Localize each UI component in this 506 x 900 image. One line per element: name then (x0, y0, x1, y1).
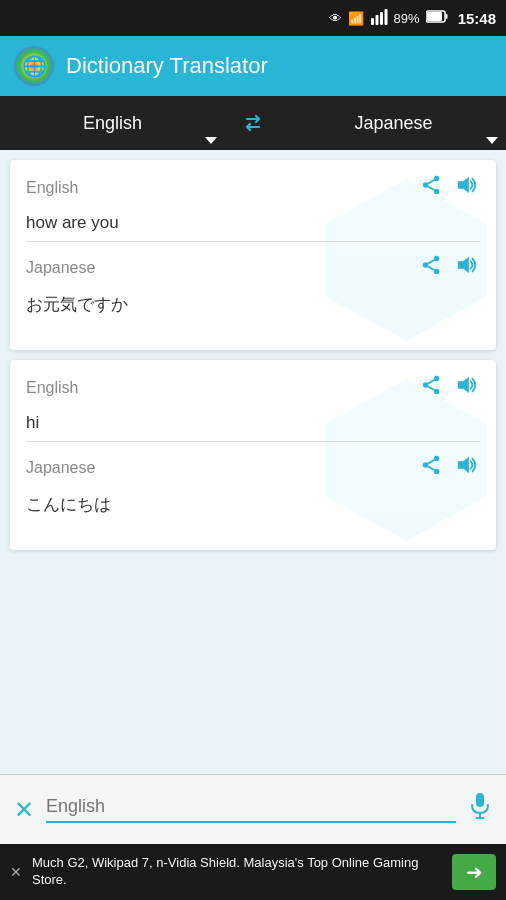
card1-source-text: how are you (26, 207, 480, 242)
status-bar: 👁 📶 89% 15:48 (0, 0, 506, 36)
swap-icon (239, 109, 267, 137)
svg-rect-1 (375, 15, 378, 25)
signal-icon: 👁 (329, 11, 342, 26)
svg-point-23 (434, 376, 440, 382)
card2-source-actions (420, 374, 480, 401)
ad-close-button[interactable]: ✕ (10, 864, 22, 880)
source-lang-dropdown-arrow (205, 137, 217, 144)
ad-arrow-icon: ➜ (466, 860, 483, 884)
app-bar: 🌐 Dictionary Translator (0, 36, 506, 96)
source-language-label: English (83, 113, 142, 134)
input-bar: ✕ (0, 774, 506, 844)
target-language-button[interactable]: Japanese (281, 96, 506, 150)
svg-line-26 (428, 386, 434, 390)
svg-point-31 (434, 469, 440, 475)
battery-icon (426, 10, 448, 26)
svg-point-16 (423, 262, 429, 268)
card2-source-lang-row: English (26, 374, 480, 401)
target-language-label: Japanese (354, 113, 432, 134)
card1-source-share-icon[interactable] (420, 174, 442, 201)
svg-marker-20 (458, 257, 469, 274)
card1-source-speaker-icon[interactable] (454, 174, 480, 201)
svg-line-33 (428, 460, 434, 464)
target-lang-dropdown-arrow (486, 137, 498, 144)
svg-marker-14 (458, 177, 469, 194)
svg-line-12 (428, 186, 434, 190)
card1-target-text: お元気ですか (26, 287, 480, 324)
svg-rect-2 (380, 12, 383, 25)
app-title: Dictionary Translator (66, 53, 268, 79)
card2-arrow (492, 439, 496, 471)
svg-point-29 (434, 456, 440, 462)
card1-source-lang-label: English (26, 179, 78, 197)
search-input[interactable] (46, 796, 456, 823)
card2-target-actions (420, 454, 480, 481)
svg-line-19 (428, 260, 434, 264)
card2-target-speaker-icon[interactable] (454, 454, 480, 481)
svg-marker-28 (458, 377, 469, 394)
card2-target-text: こんにちは (26, 487, 480, 524)
svg-point-10 (423, 182, 429, 188)
svg-line-18 (428, 266, 434, 270)
card2-target-lang-label: Japanese (26, 459, 95, 477)
language-selector-bar: English Japanese (0, 96, 506, 150)
svg-rect-35 (476, 793, 484, 807)
card2-source-share-icon[interactable] (420, 374, 442, 401)
svg-point-24 (423, 382, 429, 388)
ad-banner: ✕ Much G2, Wikipad 7, n-Vidia Shield. Ma… (0, 844, 506, 900)
card2-source-text: hi (26, 407, 480, 442)
svg-point-17 (434, 269, 440, 275)
time-display: 15:48 (458, 10, 496, 27)
card1-source-lang-row: English (26, 174, 480, 201)
svg-marker-34 (458, 457, 469, 474)
wifi-icon: 📶 (348, 11, 364, 26)
svg-point-9 (434, 176, 440, 182)
svg-point-25 (434, 389, 440, 395)
ad-cta-button[interactable]: ➜ (452, 854, 496, 890)
network-icon (370, 8, 388, 29)
card2-target-lang-row: Japanese (26, 454, 480, 481)
translation-card-2: English (10, 360, 496, 550)
battery-label: 89% (394, 11, 420, 26)
svg-line-32 (428, 466, 434, 470)
svg-line-27 (428, 380, 434, 384)
app-logo: 🌐 (14, 46, 54, 86)
svg-rect-3 (384, 9, 387, 25)
card1-source-actions (420, 174, 480, 201)
translation-card-1: English (10, 160, 496, 350)
microphone-icon[interactable] (468, 792, 492, 827)
ad-text: Much G2, Wikipad 7, n-Vidia Shield. Mala… (32, 855, 442, 889)
card1-arrow (492, 239, 496, 271)
input-clear-button[interactable]: ✕ (14, 796, 34, 824)
card1-target-lang-row: Japanese (26, 254, 480, 281)
card1-target-actions (420, 254, 480, 281)
svg-point-30 (423, 462, 429, 468)
card2-target-share-icon[interactable] (420, 454, 442, 481)
main-content: English (0, 150, 506, 774)
card1-target-share-icon[interactable] (420, 254, 442, 281)
card2-source-lang-label: English (26, 379, 78, 397)
svg-rect-5 (427, 12, 442, 21)
source-language-button[interactable]: English (0, 96, 225, 150)
card2-source-speaker-icon[interactable] (454, 374, 480, 401)
svg-rect-0 (371, 18, 374, 25)
card1-target-lang-label: Japanese (26, 259, 95, 277)
svg-point-15 (434, 256, 440, 262)
card1-target-speaker-icon[interactable] (454, 254, 480, 281)
svg-rect-6 (445, 14, 447, 19)
svg-line-13 (428, 180, 434, 184)
swap-languages-button[interactable] (225, 96, 281, 150)
svg-point-11 (434, 189, 440, 195)
